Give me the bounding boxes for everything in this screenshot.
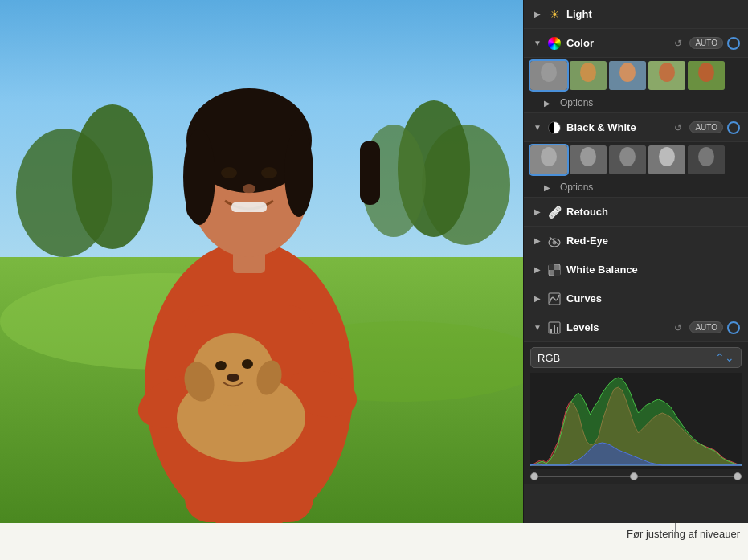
light-section-label: Light (566, 8, 740, 20)
white-balance-icon (547, 263, 562, 277)
rgb-dropdown-arrow-icon: ⌃⌄ (715, 351, 734, 364)
caption-text: Før justering af niveauer (627, 528, 740, 540)
color-auto-button[interactable]: AUTO (689, 37, 723, 49)
svg-rect-63 (554, 325, 555, 333)
histogram-sliders (524, 474, 748, 484)
svg-rect-57 (554, 270, 560, 276)
svg-point-17 (183, 129, 215, 225)
color-thumbnails-row (524, 58, 748, 93)
bottom-caption-bar: Før justering af niveauer (0, 523, 748, 560)
retouch-section-label: Retouch (566, 206, 740, 218)
color-thumbnails-section: ▶ Options (524, 58, 748, 113)
bw-thumb-4[interactable] (648, 145, 685, 174)
bw-options-chevron-icon: ▶ (542, 182, 553, 193)
retouch-chevron-icon: ▶ (532, 206, 543, 218)
svg-rect-64 (557, 327, 558, 333)
light-sun-icon: ☀ (547, 7, 562, 22)
right-panel: ▶ ☀ Light ▼ Color ↺ AUTO (523, 0, 748, 523)
svg-point-33 (541, 63, 557, 82)
red-eye-section-row[interactable]: ▶ Red-Eye (524, 227, 748, 255)
slider-track (530, 476, 742, 477)
bw-thumb-2[interactable] (570, 145, 607, 174)
svg-rect-56 (549, 264, 554, 270)
white-balance-section-row[interactable]: ▶ White Balance (524, 255, 748, 284)
svg-point-49 (659, 147, 675, 166)
svg-point-54 (553, 240, 557, 244)
svg-point-30 (242, 359, 253, 369)
photo-panel (0, 0, 523, 523)
color-thumb-1[interactable] (530, 61, 567, 90)
svg-point-37 (619, 63, 636, 82)
white-balance-section-label: White Balance (566, 264, 740, 276)
svg-rect-59 (549, 270, 554, 276)
svg-point-31 (227, 374, 239, 382)
color-circle-icon (547, 36, 562, 51)
color-thumb-5[interactable] (688, 61, 725, 90)
color-reset-button[interactable]: ↺ (671, 36, 685, 51)
svg-point-47 (619, 147, 636, 166)
bw-options-label: Options (560, 182, 593, 193)
levels-auto-button[interactable]: AUTO (689, 321, 723, 333)
bw-thumb-3[interactable] (609, 145, 646, 174)
color-options-chevron-icon: ▶ (542, 97, 553, 108)
light-chevron-icon: ▶ (532, 9, 543, 20)
svg-point-43 (541, 147, 557, 166)
bw-thumb-1[interactable] (530, 145, 567, 174)
levels-icon (547, 321, 562, 335)
svg-point-22 (243, 184, 255, 194)
bw-thumbnails-row (524, 142, 748, 178)
retouch-section-row[interactable]: ▶ 🩹 Retouch (524, 198, 748, 227)
curves-section-label: Curves (566, 292, 740, 305)
svg-rect-16 (360, 141, 380, 205)
bw-icon (547, 121, 562, 135)
histogram-left-handle[interactable] (530, 472, 538, 480)
color-thumb-4[interactable] (648, 61, 685, 90)
histogram-right-handle[interactable] (734, 472, 742, 480)
bw-section-row[interactable]: ▼ Black & White ↺ AUTO (524, 113, 748, 142)
levels-expanded-section: RGB ⌃⌄ (524, 342, 748, 484)
light-section-row[interactable]: ▶ ☀ Light (524, 0, 748, 29)
levels-section-row[interactable]: ▼ Levels ↺ AUTO (524, 313, 748, 342)
color-options-label: Options (560, 97, 593, 108)
svg-rect-21 (231, 202, 267, 212)
svg-rect-58 (554, 264, 560, 270)
levels-chevron-icon: ▼ (532, 322, 543, 333)
levels-section-label: Levels (566, 321, 671, 333)
svg-point-35 (580, 63, 596, 82)
bw-options-row[interactable]: ▶ Options (524, 178, 748, 197)
svg-point-41 (698, 63, 714, 82)
svg-point-19 (221, 167, 237, 178)
color-toggle-button[interactable] (727, 37, 740, 50)
bw-reset-button[interactable]: ↺ (671, 121, 685, 135)
red-eye-section-label: Red-Eye (566, 235, 740, 247)
caption-line (675, 523, 676, 533)
bw-thumb-5[interactable] (688, 145, 725, 174)
red-eye-icon (547, 234, 562, 248)
color-options-row[interactable]: ▶ Options (524, 93, 748, 112)
histogram-container (530, 373, 742, 469)
curves-section-row[interactable]: ▶ Curves (524, 284, 748, 313)
color-thumb-3[interactable] (609, 61, 646, 90)
color-section-row[interactable]: ▼ Color ↺ AUTO (524, 29, 748, 58)
curves-icon (547, 292, 562, 306)
retouch-icon: 🩹 (547, 205, 562, 219)
histogram-chart (530, 373, 742, 469)
bw-toggle-button[interactable] (727, 121, 740, 134)
histogram-mid-handle[interactable] (630, 472, 638, 480)
levels-toggle-button[interactable] (727, 321, 740, 334)
bw-auto-button[interactable]: AUTO (689, 121, 723, 133)
white-balance-chevron-icon: ▶ (532, 264, 543, 276)
red-eye-chevron-icon: ▶ (532, 235, 543, 247)
svg-point-3 (72, 104, 153, 249)
rgb-dropdown-label: RGB (537, 352, 560, 364)
bw-chevron-icon: ▼ (532, 122, 543, 133)
bw-thumbnails-section: ▶ Options (524, 142, 748, 198)
svg-rect-62 (550, 329, 552, 333)
svg-point-45 (580, 147, 596, 166)
levels-reset-button[interactable]: ↺ (671, 321, 685, 335)
rgb-dropdown[interactable]: RGB ⌃⌄ (530, 347, 742, 368)
color-thumb-2[interactable] (570, 61, 607, 90)
color-chevron-icon: ▼ (532, 38, 543, 49)
color-section-label: Color (566, 37, 671, 49)
svg-point-51 (698, 147, 714, 166)
